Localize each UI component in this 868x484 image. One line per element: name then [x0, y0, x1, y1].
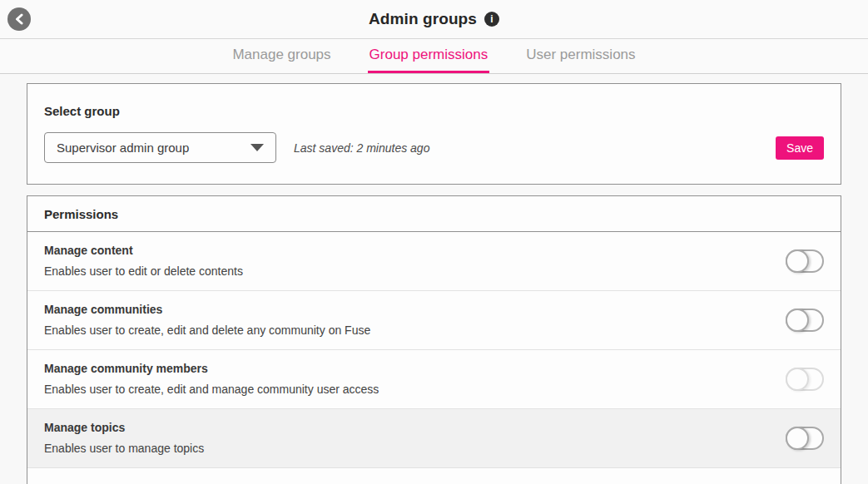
- tab-user-permissions[interactable]: User permissions: [524, 39, 637, 73]
- permission-row-manage-content: Manage content Enables user to edit or d…: [27, 232, 841, 291]
- permission-row-partial: [27, 468, 841, 484]
- toggle-manage-community-members[interactable]: [786, 368, 824, 391]
- permissions-panel: Permissions Manage content Enables user …: [27, 195, 841, 484]
- toggle-knob: [786, 249, 809, 273]
- group-dropdown-value: Supervisor admin group: [57, 141, 189, 155]
- permission-row-manage-communities: Manage communities Enables user to creat…: [27, 291, 841, 350]
- main-content: Select group Supervisor admin group Last…: [0, 74, 868, 484]
- page-title: Admin groups: [369, 10, 477, 28]
- permission-description: Enables user to edit or delete contents: [44, 264, 766, 278]
- chevron-left-icon: [14, 13, 25, 25]
- tab-group-permissions[interactable]: Group permissions: [368, 39, 490, 73]
- app-header: Admin groups i: [0, 0, 868, 39]
- select-group-label: Select group: [44, 104, 824, 118]
- toggle-manage-communities[interactable]: [786, 309, 824, 332]
- tab-manage-groups[interactable]: Manage groups: [231, 39, 332, 73]
- tab-bar: Manage groups Group permissions User per…: [0, 39, 868, 74]
- toggle-manage-content[interactable]: [786, 249, 824, 273]
- info-icon[interactable]: i: [484, 12, 499, 27]
- toggle-knob: [786, 368, 809, 391]
- permission-description: Enables user to manage topics: [44, 442, 766, 455]
- permission-description: Enables user to create, edit and manage …: [44, 383, 766, 396]
- save-button[interactable]: Save: [776, 136, 824, 160]
- permission-row-manage-topics: Manage topics Enables user to manage top…: [27, 409, 841, 468]
- permissions-panel-title: Permissions: [27, 196, 841, 232]
- permission-description: Enables user to create, edit and delete …: [44, 323, 766, 337]
- permission-row-manage-community-members: Manage community members Enables user to…: [27, 350, 841, 409]
- permission-name: Manage communities: [44, 303, 766, 316]
- group-dropdown[interactable]: Supervisor admin group: [44, 132, 276, 163]
- select-group-panel: Select group Supervisor admin group Last…: [27, 83, 841, 185]
- toggle-manage-topics[interactable]: [786, 427, 824, 450]
- toggle-knob: [786, 427, 809, 450]
- toggle-knob: [786, 309, 809, 332]
- permission-name: Manage topics: [44, 421, 766, 434]
- caret-down-icon: [250, 144, 264, 151]
- last-saved-text: Last saved: 2 minutes ago: [294, 141, 429, 155]
- permission-name: Manage content: [44, 244, 766, 257]
- back-button[interactable]: [7, 7, 31, 31]
- permission-name: Manage community members: [44, 362, 766, 375]
